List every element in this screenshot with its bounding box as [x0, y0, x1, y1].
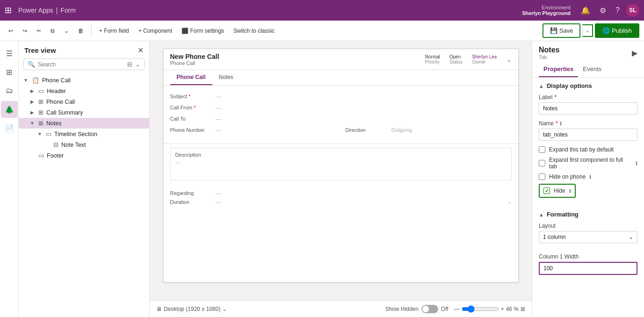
zoom-slider[interactable] — [462, 305, 499, 313]
switch-classic-button[interactable]: Switch to classic — [230, 26, 278, 36]
panel-nav-button[interactable]: ▶ — [632, 49, 637, 58]
chevron-right-icon: ▶ — [29, 88, 36, 94]
form-fields-grid: Subject * — Call From * — Call To — — [170, 90, 512, 136]
section-icon: ▭ — [46, 130, 51, 137]
layout-select[interactable]: 1 column ⌄ — [539, 231, 637, 243]
copy-button[interactable]: ⧉ — [47, 26, 58, 36]
component-button[interactable]: + Component — [135, 26, 176, 36]
waffle-icon[interactable]: ⊞ — [5, 5, 12, 15]
name-input[interactable] — [539, 129, 637, 141]
save-dropdown-button[interactable]: ⌄ — [582, 24, 593, 37]
notification-icon[interactable]: 🔔 — [581, 6, 590, 15]
tree-item-notes[interactable]: ▼ ⊞ Notes — [19, 118, 149, 129]
toolbar: ↩ ↪ ✂ ⧉ ⌄ 🗑 + Form field + Component ⬛ F… — [0, 21, 644, 41]
tree-item-header[interactable]: ▶ ▭ Header — [19, 86, 149, 96]
name-info-icon[interactable]: ℹ — [560, 121, 562, 127]
tab-notes[interactable]: Notes — [212, 70, 240, 85]
settings-icon[interactable]: ⚙ — [600, 6, 606, 15]
hide-on-phone-checkbox[interactable] — [539, 173, 545, 180]
icon-sidebar: ☰ ⊞ 🗂 🌲 📄 — [0, 41, 19, 317]
hide-checkbox[interactable]: ✓ — [543, 187, 550, 194]
help-icon[interactable]: ? — [615, 6, 620, 14]
sidebar-nav-components[interactable]: ⊞ — [1, 64, 18, 80]
filter-chevron-icon[interactable]: ⌄ — [135, 61, 140, 68]
sidebar-nav-home[interactable]: ☰ — [1, 45, 18, 62]
form-icon: 📋 — [32, 77, 39, 84]
col-width-input[interactable] — [539, 262, 637, 275]
label-required-marker: * — [554, 94, 557, 101]
tab-icon: ⊞ — [38, 109, 43, 116]
form-settings-button[interactable]: ⬛ Form settings — [178, 26, 228, 36]
tree-item-note-text[interactable]: ⊟ Note Text — [19, 139, 149, 150]
sidebar-nav-tree[interactable]: 🌲 — [1, 101, 18, 118]
tree-item-phone-call-tab[interactable]: ▶ ⊞ Phone Call — [19, 96, 149, 107]
tab-events[interactable]: Events — [578, 62, 606, 77]
show-hidden-toggle-pill[interactable] — [421, 305, 438, 313]
zoom-plus-button[interactable]: + — [501, 306, 504, 312]
hide-on-phone-checkbox-row: Hide on phone ℹ — [539, 173, 637, 180]
dropdown-button[interactable]: ⌄ — [60, 26, 72, 36]
tree-search-bar[interactable]: 🔍 ⊟ ⌄ — [23, 58, 145, 70]
form-section-main: Subject * — Call From * — Call To — — [164, 86, 518, 141]
search-input[interactable] — [38, 61, 124, 68]
expand-component-checkbox[interactable] — [539, 160, 545, 166]
col-width-label: Column 1 Width — [539, 253, 637, 260]
form-meta-status: Open Status — [449, 54, 463, 65]
tree-item-call-summary[interactable]: ▶ ⊞ Call Summary 👁 — [19, 107, 149, 118]
tree-title: Tree view — [24, 46, 56, 54]
tab-properties[interactable]: Properties — [539, 62, 578, 77]
app-name: Power Apps — [18, 7, 53, 14]
expand-component-info-icon[interactable]: ℹ — [636, 160, 637, 166]
tree-item-timeline-section[interactable]: ▼ ▭ Timeline Section — [19, 129, 149, 139]
search-icon: 🔍 — [28, 61, 35, 68]
tree-item-label: Footer — [47, 152, 145, 159]
chevron-right-icon: ▶ — [29, 99, 36, 104]
hide-on-phone-info-icon[interactable]: ℹ — [589, 174, 591, 180]
form-title-area: New Phone Call Phone Call — [170, 53, 219, 66]
env-label: Environment — [542, 5, 571, 10]
tree-item-phone-call-root[interactable]: ▼ 📋 Phone Call ⚡ — [19, 75, 149, 86]
layout-field-label: Layout — [539, 223, 637, 229]
field-call-to: Call To — — [170, 115, 336, 123]
resolution-chevron-icon[interactable]: ⌄ — [222, 306, 227, 312]
tree-item-label: Phone Call — [46, 99, 145, 105]
zoom-fit-icon[interactable]: ⊞ — [521, 306, 525, 312]
undo-button[interactable]: ↩ — [5, 26, 17, 36]
filter-icon[interactable]: ⊟ — [127, 61, 132, 68]
field-regarding: Regarding — — [170, 189, 512, 197]
page-name: Form — [60, 7, 76, 14]
zoom-minus-button[interactable]: — — [454, 306, 460, 312]
form-preview[interactable]: New Phone Call Phone Call Normal Priorit… — [163, 49, 519, 282]
cut-button[interactable]: ✂ — [33, 26, 45, 36]
name-required-marker: * — [556, 120, 558, 127]
hide-info-icon[interactable]: ℹ — [569, 188, 571, 194]
save-button[interactable]: 💾 Save — [543, 23, 581, 38]
tree-close-button[interactable]: ✕ — [137, 46, 144, 55]
field-value-call-to: — — [216, 116, 336, 122]
delete-button[interactable]: 🗑 — [74, 26, 87, 36]
tab-phone-call[interactable]: Phone Call — [170, 70, 212, 85]
tree-item-footer[interactable]: ▭ Footer — [19, 150, 149, 161]
avatar[interactable]: SL — [626, 4, 639, 17]
form-field-button[interactable]: + Form field — [95, 26, 133, 36]
expand-component-label: Expand first component to full tab — [549, 157, 632, 170]
field-value-phone: — — [216, 127, 336, 133]
meta-chevron-icon[interactable]: ⌄ — [507, 56, 512, 63]
publish-button[interactable]: 🌐 Publish — [595, 23, 639, 38]
name-text: Name — [539, 120, 554, 127]
expand-tab-checkbox[interactable] — [539, 146, 545, 153]
redo-button[interactable]: ↪ — [19, 26, 31, 36]
check-mark-icon: ✓ — [545, 188, 549, 194]
field-value-subject: — — [216, 94, 336, 99]
show-hidden-label: Show Hidden — [385, 306, 418, 312]
label-input[interactable] — [539, 102, 637, 115]
form-meta: Normal Priority Open Status Sherlyn Lee … — [425, 54, 512, 65]
section-header-display[interactable]: ▲ Display options — [539, 82, 637, 89]
layout-field-group: Layout 1 column ⌄ — [539, 223, 637, 243]
description-box[interactable]: Description — — [170, 148, 512, 180]
sidebar-nav-settings[interactable]: 📄 — [1, 120, 18, 137]
section-header-formatting[interactable]: ▲ Formatting — [539, 211, 637, 218]
form-subtitle: Phone Call — [170, 60, 219, 66]
resolution-selector[interactable]: 🖥 Desktop (1920 x 1080) ⌄ — [156, 306, 227, 312]
sidebar-nav-data[interactable]: 🗂 — [1, 82, 18, 99]
